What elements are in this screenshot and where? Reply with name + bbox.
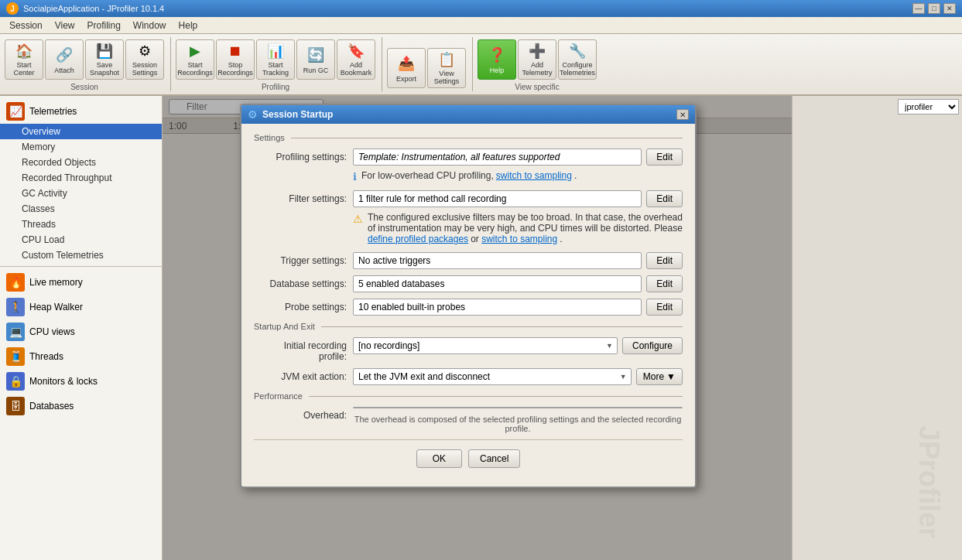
menu-help[interactable]: Help — [173, 19, 204, 32]
start-recordings-label: Start Recordings — [177, 62, 213, 77]
profiling-settings-edit-button[interactable]: Edit — [646, 149, 683, 166]
overhead-bar-container — [353, 407, 683, 408]
export-button[interactable]: 📤 Export — [387, 48, 426, 88]
probe-settings-field — [353, 299, 642, 316]
content-area: 🔍 1:00 1:10 1:20 ⚙ Session Startup — [163, 96, 792, 560]
gc-activity-label: GC Activity — [22, 188, 67, 199]
trigger-settings-row: Trigger settings: Edit — [254, 252, 683, 269]
add-bookmark-label: Add Bookmark — [339, 62, 373, 77]
classes-label: Classes — [22, 203, 55, 214]
sidebar-item-gc-activity[interactable]: GC Activity — [0, 186, 162, 201]
configure-telemetries-button[interactable]: 🔧 Configure Telemetries — [558, 39, 597, 80]
sidebar-item-threads[interactable]: Threads — [0, 217, 162, 232]
recorded-objects-label: Recorded Objects — [22, 157, 96, 168]
trigger-settings-edit-button[interactable]: Edit — [646, 252, 683, 269]
probe-settings-content: Edit — [353, 299, 683, 316]
sidebar-item-monitors-locks[interactable]: 🔒 Monitors & locks — [0, 369, 162, 394]
attach-button[interactable]: 🔗 Attach — [45, 39, 84, 80]
run-gc-button[interactable]: 🔄 Run GC — [296, 39, 335, 80]
initial-recording-content: [no recordings] ▼ Configure — [353, 337, 683, 354]
toolbar-group-profiling: ▶ Start Recordings ⏹ Stop Recordings 📊 S… — [176, 37, 382, 91]
add-bookmark-button[interactable]: 🔖 Add Bookmark — [337, 39, 375, 80]
probe-settings-edit-button[interactable]: Edit — [646, 299, 683, 316]
database-settings-content: Edit — [353, 275, 683, 292]
menu-profiling[interactable]: Profiling — [81, 19, 127, 32]
start-tracking-button[interactable]: 📊 Start Tracking — [256, 39, 295, 80]
stop-recordings-icon: ⏹ — [224, 42, 246, 60]
help-button[interactable]: ❓ Help — [478, 39, 516, 80]
filter-settings-edit-button[interactable]: Edit — [646, 190, 683, 207]
toolbar-session-buttons: 🏠 Start Center 🔗 Attach 💾 Save Snapshot … — [5, 39, 164, 80]
sidebar-item-live-memory[interactable]: 🔥 Live memory — [0, 270, 162, 295]
stop-recordings-button[interactable]: ⏹ Stop Recordings — [216, 39, 255, 80]
modal-overlay: ⚙ Session Startup ✕ Settings Profiling s… — [163, 96, 792, 560]
right-panel: jprofiler JProfiler — [792, 96, 962, 560]
recorded-throughput-label: Recorded Throughput — [22, 172, 112, 183]
jvm-exit-row: JVM exit action: Let the JVM exit and di… — [254, 368, 683, 385]
modal-close-button[interactable]: ✕ — [676, 109, 689, 120]
trigger-settings-field — [353, 252, 642, 269]
export-label: Export — [396, 76, 416, 84]
cancel-button[interactable]: Cancel — [468, 449, 520, 468]
monitors-locks-label: Monitors & locks — [29, 376, 98, 387]
jvm-exit-content: Let the JVM exit and disconnect ▼ More ▼ — [353, 368, 683, 385]
switch-to-sampling-link[interactable]: switch to sampling — [496, 170, 572, 181]
menu-window[interactable]: Window — [127, 19, 173, 32]
close-button[interactable]: ✕ — [943, 3, 956, 14]
ok-button[interactable]: OK — [416, 449, 462, 468]
sidebar-item-telemetries[interactable]: 📈 Telemetries — [0, 99, 162, 124]
filter-switch-to-sampling-link[interactable]: switch to sampling — [481, 234, 557, 244]
sidebar-item-heap-walker[interactable]: 🚶 Heap Walker — [0, 295, 162, 319]
startup-section-label: Startup And Exit — [254, 322, 683, 331]
database-settings-field — [353, 275, 642, 292]
initial-recording-select[interactable]: [no recordings] — [353, 337, 618, 354]
more-arrow-icon: ▼ — [666, 371, 676, 382]
maximize-button[interactable]: □ — [928, 3, 940, 14]
sidebar-item-custom-telemetries[interactable]: Custom Telemetries — [0, 248, 162, 263]
jvm-exit-select[interactable]: Let the JVM exit and disconnect — [353, 368, 632, 385]
overview-label: Overview — [22, 126, 60, 137]
warn-text-before: The configured exclusive filters may be … — [368, 212, 683, 234]
sidebar-item-cpu-views[interactable]: 💻 CPU views — [0, 319, 162, 344]
toolbar-view-specific-buttons: ❓ Help ➕ Add Telemetry 🔧 Configure Telem… — [478, 39, 597, 80]
database-settings-edit-button[interactable]: Edit — [646, 275, 683, 292]
window-controls[interactable]: — □ ✕ — [912, 3, 956, 14]
minimize-button[interactable]: — — [912, 3, 925, 14]
add-telemetry-button[interactable]: ➕ Add Telemetry — [518, 39, 556, 80]
sidebar-item-cpu-load[interactable]: CPU Load — [0, 232, 162, 248]
overhead-label: Overhead: — [254, 407, 347, 421]
warn-or-sep: or — [471, 234, 481, 244]
sidebar-item-overview[interactable]: Overview — [0, 124, 162, 139]
sidebar-item-databases[interactable]: 🗄 Databases — [0, 394, 162, 418]
start-recordings-button[interactable]: ▶ Start Recordings — [176, 39, 214, 80]
jvm-exit-inner: Let the JVM exit and disconnect ▼ More ▼ — [353, 368, 683, 385]
menu-view[interactable]: View — [49, 19, 81, 32]
add-telemetry-icon: ➕ — [526, 42, 548, 60]
start-center-button[interactable]: 🏠 Start Center — [5, 39, 43, 80]
initial-recording-select-wrapper: [no recordings] ▼ — [353, 337, 618, 354]
sidebar-item-threads-group[interactable]: 🧵 Threads — [0, 344, 162, 369]
filter-warn-text: The configured exclusive filters may be … — [368, 212, 683, 244]
define-profiled-packages-link[interactable]: define profiled packages — [368, 234, 468, 244]
sidebar-item-recorded-throughput[interactable]: Recorded Throughput — [0, 170, 162, 186]
more-button[interactable]: More ▼ — [636, 368, 683, 385]
sidebar-item-classes[interactable]: Classes — [0, 201, 162, 217]
live-memory-label: Live memory — [29, 277, 83, 288]
info-icon: ℹ — [353, 171, 357, 183]
session-settings-button[interactable]: ⚙ Session Settings — [125, 39, 164, 80]
sidebar-item-memory[interactable]: Memory — [0, 139, 162, 155]
sidebar-item-recorded-objects[interactable]: Recorded Objects — [0, 155, 162, 170]
warn-text-end: . — [560, 234, 562, 244]
panel-dropdown[interactable]: jprofiler — [898, 99, 959, 114]
menu-session[interactable]: Session — [3, 19, 49, 32]
initial-recording-inner: [no recordings] ▼ Configure — [353, 337, 683, 354]
menu-bar: Session View Profiling Window Help — [0, 17, 962, 34]
configure-button[interactable]: Configure — [622, 337, 683, 354]
export-icon: 📤 — [395, 53, 417, 74]
session-settings-icon: ⚙ — [134, 42, 156, 60]
add-telemetry-label: Add Telemetry — [520, 62, 554, 77]
trigger-settings-content: Edit — [353, 252, 683, 269]
profiling-settings-label: Profiling settings: — [254, 149, 347, 162]
save-snapshot-button[interactable]: 💾 Save Snapshot — [85, 39, 124, 80]
view-settings-button[interactable]: 📋 View Settings — [427, 48, 466, 88]
